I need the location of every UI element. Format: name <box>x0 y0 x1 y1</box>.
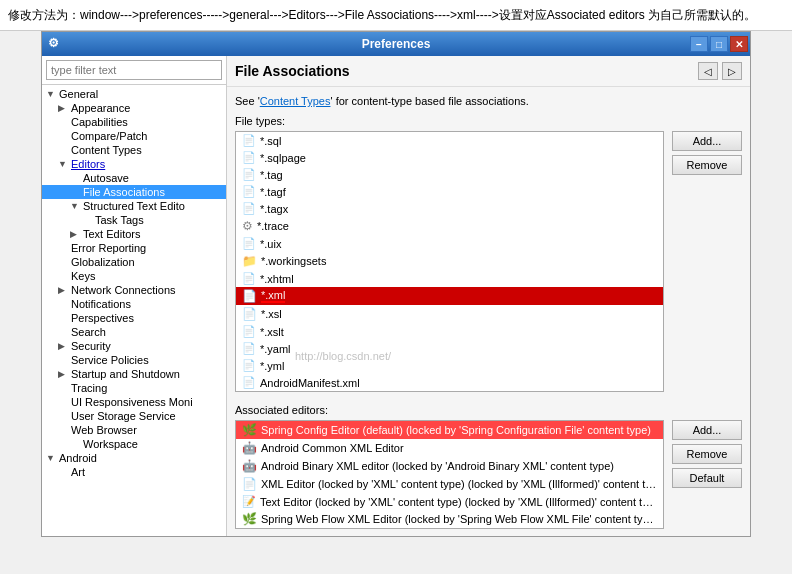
tree-item-network_connections[interactable]: ▶Network Connections <box>42 283 226 297</box>
tree-label: File Associations <box>83 186 165 198</box>
tree-item-android[interactable]: ▼Android <box>42 451 226 465</box>
tree-item-workspace[interactable]: Workspace <box>42 437 226 451</box>
file-type-item[interactable]: ⚙*.trace <box>236 217 663 235</box>
file-type-item[interactable]: 📄*.xsl <box>236 305 663 323</box>
assoc-editor-label: Spring Web Flow XML Editor (locked by 'S… <box>261 513 657 525</box>
right-panel: File Associations ◁ ▷ See 'Content Types… <box>227 56 750 536</box>
tree-item-security[interactable]: ▶Security <box>42 339 226 353</box>
assoc-editor-item[interactable]: 🌿Spring Config Editor (default) (locked … <box>236 421 663 439</box>
file-type-item[interactable]: 📄*.yaml <box>236 340 663 357</box>
nav-back-btn[interactable]: ◁ <box>698 62 718 80</box>
tree-item-content_types[interactable]: Content Types <box>42 143 226 157</box>
tree-item-file_associations[interactable]: File Associations <box>42 185 226 199</box>
tree-item-appearance[interactable]: ▶Appearance <box>42 101 226 115</box>
file-type-label: *.uix <box>260 238 281 250</box>
left-panel: ▼General▶Appearance Capabilities Compare… <box>42 56 227 536</box>
assoc-remove-btn[interactable]: Remove <box>672 444 742 464</box>
tree-item-user_storage[interactable]: User Storage Service <box>42 409 226 423</box>
file-type-item[interactable]: 📁*.workingsets <box>236 252 663 270</box>
tree-label: Task Tags <box>95 214 144 226</box>
assoc-default-btn[interactable]: Default <box>672 468 742 488</box>
file-types-section: 📄*.sql📄*.sqlpage📄*.tag📄*.tagf📄*.tagx⚙*.t… <box>235 131 742 392</box>
right-content: See 'Content Types' for content-type bas… <box>227 87 750 536</box>
assoc-editor-item[interactable]: 🌿Spring Web Flow XML Editor (locked by '… <box>236 510 663 528</box>
tree-item-autosave[interactable]: Autosave <box>42 171 226 185</box>
tree-label: Autosave <box>83 172 129 184</box>
tree-item-startup_shutdown[interactable]: ▶Startup and Shutdown <box>42 367 226 381</box>
file-type-item[interactable]: 📄*.xhtml <box>236 270 663 287</box>
file-type-item[interactable]: 📄*.tagx <box>236 200 663 217</box>
tree-label: Security <box>71 340 111 352</box>
file-type-label: *.xslt <box>260 326 284 338</box>
assoc-editor-item[interactable]: 📄XML Editor (locked by 'XML' content typ… <box>236 475 663 493</box>
file-type-label: *.trace <box>257 220 289 232</box>
close-button[interactable]: ✕ <box>730 36 748 52</box>
tree-label: Content Types <box>71 144 142 156</box>
file-type-label: *.yml <box>260 360 284 372</box>
content-types-link[interactable]: Content Types <box>260 95 331 107</box>
file-type-item[interactable]: 📄*.sqlpage <box>236 149 663 166</box>
tree-label: Service Policies <box>71 354 149 366</box>
tree-item-notifications[interactable]: Notifications <box>42 297 226 311</box>
filter-input[interactable] <box>46 60 222 80</box>
add-file-type-btn[interactable]: Add... <box>672 131 742 151</box>
tree-item-globalization[interactable]: Globalization <box>42 255 226 269</box>
tree-item-search[interactable]: Search <box>42 325 226 339</box>
tree-item-service_policies[interactable]: Service Policies <box>42 353 226 367</box>
file-type-label: *.yaml <box>260 343 291 355</box>
assoc-editor-item[interactable]: 🤖Android Common XML Editor <box>236 439 663 457</box>
tree-label: General <box>59 88 98 100</box>
file-type-item[interactable]: 📄*.xslt <box>236 323 663 340</box>
minimize-button[interactable]: − <box>690 36 708 52</box>
tree-item-tracing[interactable]: Tracing <box>42 381 226 395</box>
file-type-item[interactable]: 📄AndroidManifest.xml <box>236 374 663 391</box>
assoc-editor-item[interactable]: 🤖Android Binary XML editor (locked by 'A… <box>236 457 663 475</box>
nav-fwd-btn[interactable]: ▷ <box>722 62 742 80</box>
expand-icon: ▶ <box>58 369 68 379</box>
maximize-button[interactable]: □ <box>710 36 728 52</box>
tree-label: Perspectives <box>71 312 134 324</box>
file-icon: 📄 <box>242 359 256 372</box>
tree-item-task_tags[interactable]: Task Tags <box>42 213 226 227</box>
file-types-buttons: Add... Remove <box>672 131 742 392</box>
tree-item-general[interactable]: ▼General <box>42 87 226 101</box>
tree-item-error_reporting[interactable]: Error Reporting <box>42 241 226 255</box>
tree-label: User Storage Service <box>71 410 176 422</box>
tree-label: Error Reporting <box>71 242 146 254</box>
file-type-label: *.tagf <box>260 186 286 198</box>
tree-item-ui_responsiveness[interactable]: UI Responsiveness Moni <box>42 395 226 409</box>
nav-arrows: ◁ ▷ <box>698 62 742 80</box>
tree-item-keys[interactable]: Keys <box>42 269 226 283</box>
assoc-editor-label: Spring Config Editor (default) (locked b… <box>261 424 651 436</box>
file-type-item[interactable]: 📄*.yml <box>236 357 663 374</box>
tree-item-web_browser[interactable]: Web Browser <box>42 423 226 437</box>
file-type-label: *.tagx <box>260 203 288 215</box>
assoc-editor-item[interactable]: 📝Text Editor (locked by 'XML' content ty… <box>236 493 663 510</box>
see-link-line: See 'Content Types' for content-type bas… <box>235 95 742 107</box>
assoc-editor-label: XML Editor (locked by 'XML' content type… <box>261 478 657 490</box>
file-type-item[interactable]: 📄*.tagf <box>236 183 663 200</box>
assoc-editor-label: Android Common XML Editor <box>261 442 404 454</box>
tree-item-perspectives[interactable]: Perspectives <box>42 311 226 325</box>
file-type-item[interactable]: 📄*.sql <box>236 132 663 149</box>
tree-label: Editors <box>71 158 105 170</box>
right-header: File Associations ◁ ▷ <box>227 56 750 87</box>
tree-item-compare_patch[interactable]: Compare/Patch <box>42 129 226 143</box>
file-icon: 📄 <box>242 202 256 215</box>
tree-item-text_editors[interactable]: ▶Text Editors <box>42 227 226 241</box>
tree-item-editors[interactable]: ▼Editors <box>42 157 226 171</box>
tree-item-art[interactable]: Art <box>42 465 226 479</box>
file-icon: 📄 <box>242 237 256 250</box>
assoc-add-btn[interactable]: Add... <box>672 420 742 440</box>
tree-item-capabilities[interactable]: Capabilities <box>42 115 226 129</box>
file-type-item[interactable]: 📄*.tag <box>236 166 663 183</box>
tree-label: Capabilities <box>71 116 128 128</box>
assoc-editor-label: Android Binary XML editor (locked by 'An… <box>261 460 614 472</box>
tree-label: Notifications <box>71 298 131 310</box>
file-type-item[interactable]: 📄*.xml <box>236 287 663 305</box>
file-icon: 📄 <box>242 325 256 338</box>
tree-item-structured_text[interactable]: ▼Structured Text Edito <box>42 199 226 213</box>
tree-label: Startup and Shutdown <box>71 368 180 380</box>
file-type-item[interactable]: 📄*.uix <box>236 235 663 252</box>
remove-file-type-btn[interactable]: Remove <box>672 155 742 175</box>
